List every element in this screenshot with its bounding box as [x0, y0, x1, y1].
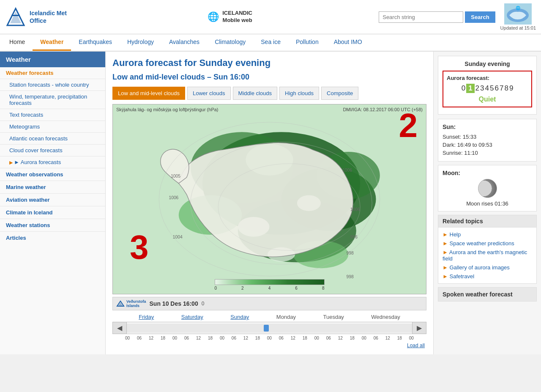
aurora-num-6: 6 — [495, 84, 498, 93]
lang-sub-label: Mobile web — [223, 17, 252, 23]
nav-about[interactable]: About IMO — [326, 34, 370, 51]
related-space-weather[interactable]: ► Space weather predictions — [443, 239, 532, 248]
imo-mini-logo: VeðurstofaÍslands — [116, 299, 146, 308]
scale-start: 0 — [202, 301, 205, 307]
sidebar-climate[interactable]: Climate in Iceland — [0, 206, 105, 219]
svg-text:1004: 1004 — [173, 235, 183, 239]
related-safetravel[interactable]: ► Safetravel — [443, 272, 532, 281]
main-layout: Weather Weather forecasts Station foreca… — [0, 52, 541, 354]
sun-info: Sun: Sunset: 15:33 Dark: 16:49 to 09:53 … — [438, 119, 537, 162]
sidebar-weather-obs[interactable]: Weather observations — [0, 168, 105, 181]
time-next-button[interactable]: ▶ — [412, 322, 426, 334]
aurora-num-3: 3 — [480, 84, 484, 93]
day-saturday[interactable]: Saturday — [181, 314, 203, 320]
nav-avalanches[interactable]: Avalanches — [161, 34, 207, 51]
scale-6: 6 — [295, 286, 298, 291]
content-area: Aurora forecast for Sunday evening Low a… — [106, 52, 433, 354]
sidebar-text-forecasts[interactable]: Text forecasts — [0, 109, 105, 121]
day-sunday[interactable]: Sunday — [230, 314, 249, 320]
time-navigation: ◀ ▶ — [112, 322, 426, 334]
header: Icelandic Met Office 🌐 ICELANDIC Mobile … — [0, 0, 541, 34]
aurora-num-5: 5 — [490, 84, 494, 93]
sunset-row: Sunset: 15:33 — [443, 133, 532, 141]
sidebar-weather-stations[interactable]: Weather stations — [0, 219, 105, 232]
moon-rise: Moon rises 01:36 — [443, 200, 532, 207]
map-annotation-2: 2 — [399, 109, 418, 143]
aurora-num-8: 8 — [504, 84, 508, 93]
aurora-num-9: 9 — [509, 84, 513, 93]
sidebar-articles[interactable]: Articles — [0, 232, 105, 244]
aurora-num-1: 1 — [466, 84, 474, 93]
nav-climatology[interactable]: Climatology — [207, 34, 253, 51]
related-topics-title: Related topics — [438, 215, 536, 228]
related-topics: Related topics ► Help ► Space weather pr… — [438, 215, 537, 284]
map-label-top: Skýjahula lág- og miðskýja og loftþrýsti… — [116, 107, 219, 112]
imo-logo-small — [116, 300, 125, 307]
related-help[interactable]: ► Help — [443, 230, 532, 239]
sidebar: Weather Weather forecasts Station foreca… — [0, 52, 106, 354]
time-track[interactable] — [127, 323, 412, 333]
svg-text:998: 998 — [347, 274, 354, 279]
related-gallery[interactable]: ► Gallery of aurora images — [443, 263, 532, 272]
moon-title: Moon: — [443, 170, 532, 176]
aurora-num-0: 0 — [462, 84, 465, 93]
tab-high-clouds[interactable]: High clouds — [279, 87, 319, 100]
search-area: Search — [379, 11, 495, 23]
sidebar-cloud-cover[interactable]: Cloud cover forecasts — [0, 145, 105, 156]
tab-lower-clouds[interactable]: Lower clouds — [187, 87, 231, 100]
page-title: Aurora forecast for Sunday evening — [112, 58, 426, 69]
hours-row: 00061218 00061218 00061218 00061218 0006… — [112, 335, 426, 341]
scale-4: 4 — [268, 286, 271, 291]
iceland-map-svg: 1005 1006 996 998 1004 1006 1006 998 — [113, 104, 426, 294]
lang-label: ICELANDIC — [222, 10, 252, 16]
timestamp-label: Sun 10 Des 16:00 — [150, 300, 198, 307]
sidebar-weather-forecasts[interactable]: Weather forecasts — [0, 67, 105, 79]
sunday-evening-box: Sunday evening Aurora forecast: 0 1 2 3 … — [438, 56, 537, 115]
aurora-num-2: 2 — [475, 84, 479, 93]
nav-hydrology[interactable]: Hydrology — [120, 34, 161, 51]
moon-icon — [478, 179, 497, 198]
search-button[interactable]: Search — [465, 11, 495, 23]
svg-rect-2 — [11, 15, 20, 16]
time-prev-button[interactable]: ◀ — [113, 322, 127, 334]
tab-middle-clouds[interactable]: Middle clouds — [233, 87, 278, 100]
day-friday[interactable]: Friday — [139, 314, 154, 320]
spoken-weather-title: Spoken weather forecast — [443, 291, 532, 298]
nav-earthquakes[interactable]: Earthquakes — [71, 34, 120, 51]
language-selector[interactable]: ICELANDIC Mobile web — [222, 10, 252, 24]
svg-text:1005: 1005 — [171, 174, 180, 178]
cloud-tabs: Low and mid-level clouds Lower clouds Mi… — [112, 87, 426, 100]
related-aurora-magnetic[interactable]: ► Aurora and the earth's magnetic field — [443, 248, 532, 263]
sidebar-station-forecasts[interactable]: Station forecasts - whole country — [0, 79, 105, 91]
sun-title: Sun: — [443, 123, 532, 130]
nav-weather[interactable]: Weather — [33, 34, 71, 51]
sidebar-aurora-forecasts[interactable]: ► Aurora forecasts — [0, 156, 105, 168]
load-all-link[interactable]: Load all — [407, 343, 425, 348]
aurora-num-7: 7 — [500, 84, 503, 93]
scale-2: 2 — [241, 286, 244, 291]
svg-text:1006: 1006 — [169, 195, 179, 200]
day-wednesday: Wednesday — [371, 314, 400, 320]
svg-text:996: 996 — [350, 235, 358, 239]
tab-composite[interactable]: Composite — [321, 87, 358, 100]
sidebar-atlantic-forecasts[interactable]: Atlantic ocean forecasts — [0, 133, 105, 145]
nav-pollution[interactable]: Pollution — [288, 34, 326, 51]
updated-text: Updated at 15:01 — [500, 25, 536, 30]
navigation-bar: Home Weather Earthquakes Hydrology Avala… — [0, 34, 541, 52]
tab-low-mid-clouds[interactable]: Low and mid-level clouds — [112, 87, 185, 100]
nav-seaice[interactable]: Sea ice — [253, 34, 288, 51]
sidebar-marine[interactable]: Marine weather — [0, 181, 105, 194]
sidebar-wind-temp[interactable]: Wind, temperature, precipitation forecas… — [0, 91, 105, 109]
nav-home[interactable]: Home — [2, 34, 33, 51]
day-monday: Monday — [276, 314, 296, 320]
sidebar-meteograms[interactable]: Meteograms — [0, 121, 105, 133]
sidebar-aviation[interactable]: Aviation weather — [0, 194, 105, 206]
aurora-status: Quiet — [447, 96, 528, 103]
sunrise-row: Sunrise: 11:10 — [443, 149, 532, 157]
logo-text: Icelandic Met Office — [30, 9, 67, 25]
language-flag: 🌐 — [208, 11, 219, 22]
spoken-weather-box: Spoken weather forecast — [438, 287, 537, 302]
time-slider[interactable] — [264, 325, 269, 332]
map-container: Skýjahula lág- og miðskýja og loftþrýsti… — [112, 104, 426, 294]
search-input[interactable] — [379, 11, 463, 23]
